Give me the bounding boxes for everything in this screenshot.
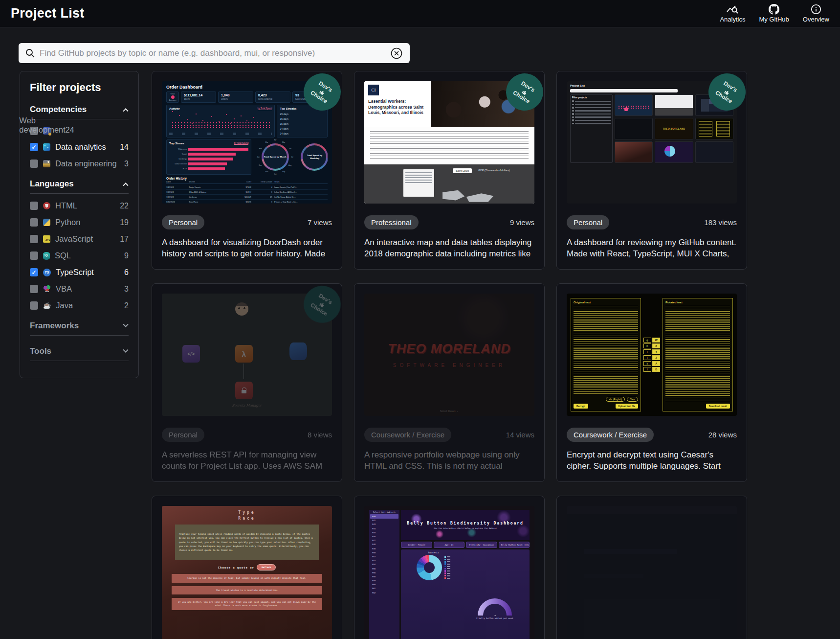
project-description: A responsive portfolio webpage using onl… [364, 449, 534, 472]
sql-icon: SQL [43, 252, 50, 260]
web-development-icon: Web development 24 [43, 127, 50, 135]
database-icon [289, 342, 307, 360]
nav-label: My GitHub [759, 16, 789, 23]
html-icon [43, 202, 50, 209]
checkbox-checked[interactable]: ✓ [30, 268, 38, 276]
project-card-caesar-cipher[interactable]: Original text abc (English) Clear Decryp… [556, 283, 747, 482]
top-stores-bars-panel: Top Storesby Total Spend WalgreensTarget… [166, 139, 251, 175]
region-dropdown: Saint Louis [453, 168, 472, 173]
download-button: Download result [706, 404, 730, 409]
category-tag: Coursework / Exercise [567, 428, 654, 442]
view-count: 183 views [704, 218, 737, 227]
section-competencies[interactable]: Competencies [30, 105, 129, 114]
activity-scatter-panel: Activityby Total Spend [166, 105, 275, 137]
project-card-serverless-api[interactable]: </> λ Secrets Manager Dev's Choice Perso… [152, 283, 342, 482]
language-pill: abc (English) [606, 397, 625, 402]
checkbox-checked[interactable]: ✓ [30, 143, 38, 151]
filter-item-vba[interactable]: VBA VBA 3 [30, 284, 129, 294]
filter-count: 14 [120, 143, 129, 152]
filter-item-java[interactable]: ☕ Java 2 [30, 301, 129, 310]
filter-count: 24 [66, 126, 74, 135]
cartoon-avatar [235, 302, 248, 316]
filter-title: Filter projects [30, 81, 129, 94]
filter-item-data-engineering[interactable]: Data engineering 3 [30, 159, 129, 168]
category-tag: Coursework / Exercise [364, 428, 451, 442]
subject-list: Select test subject: 9409419439449459469… [369, 510, 399, 639]
filter-count: 19 [120, 218, 129, 227]
project-card-portfolio[interactable]: THEO MORELAND SOFTWARE ENGINEER Scroll D… [354, 283, 545, 482]
nav-overview[interactable]: Overview [803, 4, 829, 23]
project-card-faint[interactable] [556, 496, 747, 639]
view-count: 8 views [308, 431, 332, 439]
project-card-project-list[interactable]: Project List Filter projects THEO MORELA… [556, 71, 747, 270]
mini-sidebar: Filter projects [570, 94, 613, 163]
project-description: A dashboard for visualizing DoorDash ord… [162, 237, 332, 260]
project-card-belly-button-dashboard[interactable]: Select test subject: 9409419439449459469… [354, 496, 545, 639]
top-bar: Project List Analytics My GitHub Overvie… [0, 0, 840, 27]
project-description: A dashboard for reviewing my GitHub cont… [567, 237, 737, 260]
section-frameworks[interactable]: Frameworks [30, 321, 129, 331]
project-card-type-race[interactable]: TypeRace Practice your typing speed whil… [152, 496, 342, 639]
chevron-up-icon [123, 183, 128, 188]
divider [30, 193, 129, 194]
filter-item-web-development[interactable]: Web development 24 [30, 127, 129, 135]
checkbox-unchecked[interactable] [30, 301, 38, 310]
filter-item-typescript[interactable]: ✓ TS TypeScript 6 [30, 268, 129, 277]
project-grid: Order Dashboard TotalsAverages $111,681.… [152, 71, 747, 639]
checkbox-unchecked[interactable] [30, 160, 38, 168]
charts-panel: Bacteria [401, 549, 530, 639]
typescript-icon: TS [43, 269, 51, 276]
decrypt-button: Decrypt [574, 404, 588, 409]
filter-item-sql[interactable]: SQL SQL 9 [30, 251, 129, 260]
thumbnail-type-race: TypeRace Practice your typing speed whil… [162, 506, 332, 639]
filter-item-data-analytics[interactable]: ✓ Data analytics 14 [30, 142, 129, 152]
project-card-doordash-dashboard[interactable]: Order Dashboard TotalsAverages $111,681.… [152, 71, 342, 270]
github-icon [769, 4, 779, 15]
thumbnail-belly-button-dashboard: Select test subject: 9409419439449459469… [364, 506, 534, 639]
dashboard-banner: Belly Button Biodiversity Dashboard Use … [401, 510, 530, 540]
filter-count: 2 [124, 301, 129, 310]
python-icon [43, 219, 50, 226]
checkbox-unchecked[interactable] [30, 285, 38, 293]
publication-logo: CI [368, 85, 379, 95]
filter-item-javascript[interactable]: JS JavaScript 17 [30, 234, 129, 244]
section-tools[interactable]: Tools [30, 346, 129, 356]
view-count: 14 views [506, 431, 534, 439]
checkbox-unchecked[interactable] [30, 218, 38, 227]
checkbox-unchecked[interactable] [30, 202, 38, 210]
checkbox-unchecked[interactable] [30, 251, 38, 260]
upload-button: Upload text file [616, 404, 638, 409]
section-languages[interactable]: Languages [30, 179, 129, 189]
analytics-chart-icon [727, 4, 738, 15]
filter-sidebar: Filter projects Competencies Web develop… [20, 71, 139, 378]
filter-item-html[interactable]: HTML 22 [30, 201, 129, 210]
filter-count: 17 [120, 235, 129, 244]
nav-analytics[interactable]: Analytics [720, 4, 745, 23]
project-description: A serverless REST API for managing view … [162, 449, 332, 472]
lambda-icon: λ [235, 345, 253, 363]
clear-search-icon[interactable] [390, 47, 403, 60]
search-bar [19, 43, 410, 63]
search-input[interactable] [40, 48, 385, 58]
bacteria-donut-chart [417, 555, 442, 580]
category-tag: Personal [162, 428, 204, 442]
filter-count: 9 [124, 251, 129, 260]
view-count: 7 views [308, 218, 332, 227]
nav-label: Analytics [720, 16, 745, 23]
api-gateway-icon: </> [182, 345, 200, 363]
filter-count: 3 [124, 160, 129, 168]
project-description: Encrypt and decrypt text using Caesar's … [567, 449, 737, 472]
header-nav: Analytics My GitHub Overview [720, 4, 829, 23]
view-count: 28 views [708, 431, 737, 439]
letter-mapping-column: gWhXiYjZkAlB [643, 298, 660, 411]
chevron-up-icon [123, 108, 128, 114]
checkbox-unchecked[interactable] [30, 235, 38, 243]
category-tag: Personal [162, 215, 204, 229]
divider [30, 361, 129, 361]
project-card-essential-workers[interactable]: CI Essential Workers: Demographics acros… [354, 71, 545, 270]
category-tag: Personal [567, 215, 609, 229]
divider [30, 335, 129, 336]
nav-my-github[interactable]: My GitHub [759, 4, 789, 23]
clear-button: Clear [627, 397, 638, 402]
filter-item-python[interactable]: Python 19 [30, 218, 129, 227]
